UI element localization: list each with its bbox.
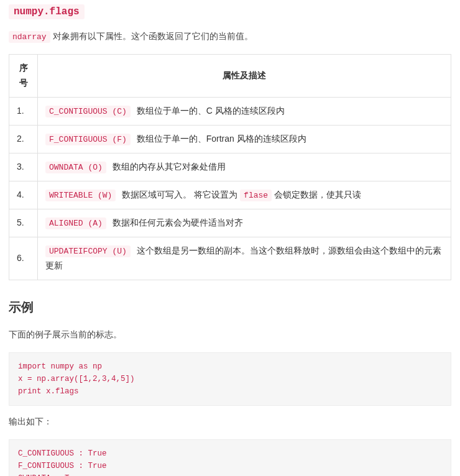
row-index: 4. xyxy=(9,181,38,209)
th-index: 序号 xyxy=(9,55,38,98)
table-row: 6. UPDATEIFCOPY (U) 这个数组是另一数组的副本。当这个数组释放… xyxy=(9,237,451,280)
row-desc: C_CONTIGUOUS (C) 数组位于单一的、C 风格的连续区段内 xyxy=(38,97,451,125)
th-desc: 属性及描述 xyxy=(38,55,451,98)
row-index: 3. xyxy=(9,153,38,181)
row-desc: F_CONTIGUOUS (F) 数组位于单一的、Fortran 风格的连续区段… xyxy=(38,125,451,153)
attr-text: 数据和任何元素会为硬件适当对齐 xyxy=(113,217,243,227)
row-desc: UPDATEIFCOPY (U) 这个数组是另一数组的副本。当这个数组释放时，源… xyxy=(38,237,451,280)
row-index: 5. xyxy=(9,209,38,237)
code-block: import numpy as np x = np.array([1,2,3,4… xyxy=(9,352,451,406)
table-row: 3. OWNDATA (O) 数组的内存从其它对象处借用 xyxy=(9,153,451,181)
attr-code: UPDATEIFCOPY (U) xyxy=(45,245,131,257)
page-title: numpy.flags xyxy=(9,4,451,21)
row-index: 6. xyxy=(9,237,38,280)
attr-text: 数组位于单一的、C 风格的连续区段内 xyxy=(137,106,285,116)
row-index: 2. xyxy=(9,125,38,153)
attr-code: ALIGNED (A) xyxy=(45,217,106,229)
attr-code: F_CONTIGUOUS (F) xyxy=(45,134,131,145)
table-row: 4. WRITEABLE (W) 数据区域可写入。 将它设置为 flase 会锁… xyxy=(9,181,451,209)
attr-text: 数组位于单一的、Fortran 风格的连续区段内 xyxy=(137,134,306,144)
example-heading: 示例 xyxy=(9,296,451,318)
row-desc: WRITEABLE (W) 数据区域可写入。 将它设置为 flase 会锁定数据… xyxy=(38,181,451,209)
table-row: 2. F_CONTIGUOUS (F) 数组位于单一的、Fortran 风格的连… xyxy=(9,125,451,153)
intro-paragraph: ndarray 对象拥有以下属性。这个函数返回了它们的当前值。 xyxy=(9,29,451,44)
title-code: numpy.flags xyxy=(9,4,85,19)
attr-text: 数组的内存从其它对象处借用 xyxy=(113,162,226,172)
output-block: C_CONTIGUOUS : True F_CONTIGUOUS : True … xyxy=(9,439,451,476)
row-desc: ALIGNED (A) 数据和任何元素会为硬件适当对齐 xyxy=(38,209,451,237)
intro-code: ndarray xyxy=(9,31,50,43)
attr-code: OWNDATA (O) xyxy=(45,162,106,173)
attributes-table: 序号 属性及描述 1. C_CONTIGUOUS (C) 数组位于单一的、C 风… xyxy=(9,54,451,280)
attr-code: C_CONTIGUOUS (C) xyxy=(45,106,131,117)
row-index: 1. xyxy=(9,97,38,125)
intro-text: 对象拥有以下属性。这个函数返回了它们的当前值。 xyxy=(53,31,253,41)
attr-text: 数据区域可写入。 将它设置为 xyxy=(122,190,240,199)
attr-code2: flase xyxy=(240,190,272,201)
attr-text2: 会锁定数据，使其只读 xyxy=(272,190,361,199)
table-row: 1. C_CONTIGUOUS (C) 数组位于单一的、C 风格的连续区段内 xyxy=(9,97,451,125)
output-label: 输出如下： xyxy=(9,414,451,429)
attr-code: WRITEABLE (W) xyxy=(45,190,116,201)
example-intro: 下面的例子展示当前的标志。 xyxy=(9,327,451,342)
row-desc: OWNDATA (O) 数组的内存从其它对象处借用 xyxy=(38,153,451,181)
table-row: 5. ALIGNED (A) 数据和任何元素会为硬件适当对齐 xyxy=(9,209,451,237)
